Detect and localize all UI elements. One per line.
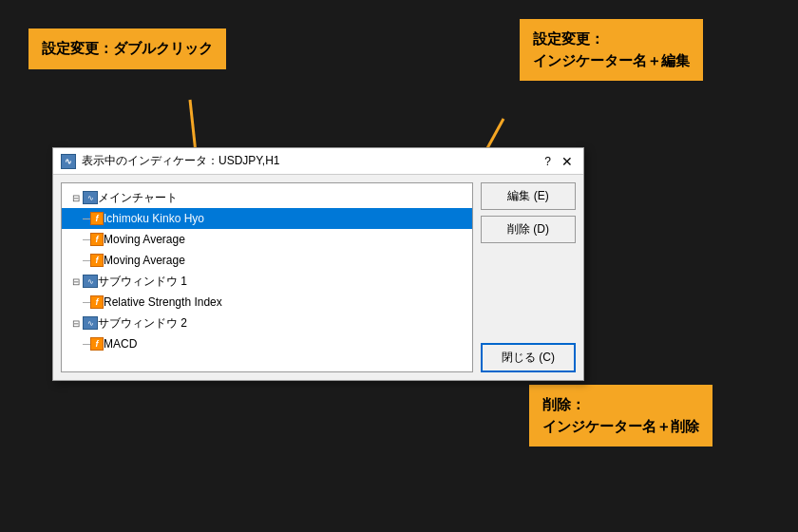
dialog-close-button[interactable]: ✕ <box>559 154 576 169</box>
buttons-panel: 編集 (E) 削除 (D) 閉じる (C) <box>481 182 576 372</box>
tree-label-rsi: Relative Strength Index <box>104 295 222 309</box>
dialog-controls: ? ✕ <box>544 154 576 169</box>
dialog-title-left: ∿ 表示中のインディケータ：USDJPY,H1 <box>61 153 279 169</box>
icon-main-chart <box>83 191 98 204</box>
tree-node-macd[interactable]: f MACD <box>62 333 472 354</box>
callout-delete: 削除： インジケーター名＋削除 <box>529 385 712 446</box>
tree-label-ma1: Moving Average <box>104 233 185 246</box>
tree-node-sub2[interactable]: ⊟ サブウィンドウ 2 <box>62 313 472 333</box>
icon-ichimoku: f <box>90 212 104 225</box>
tree-node-ma1[interactable]: f Moving Average <box>62 229 472 250</box>
tree-label-ichimoku: Ichimoku Kinko Hyo <box>104 212 204 225</box>
indicator-tree[interactable]: ⊟ メインチャート f Ichimoku Kinko Hyo f Moving … <box>61 182 473 372</box>
callout-edit: 設定変更： インジケーター名＋編集 <box>520 19 703 81</box>
icon-rsi: f <box>90 295 104 309</box>
expander-sub2[interactable]: ⊟ <box>69 318 83 329</box>
edit-button[interactable]: 編集 (E) <box>481 182 576 210</box>
expander-sub1[interactable]: ⊟ <box>69 276 83 287</box>
icon-macd: f <box>90 337 104 351</box>
icon-ma2: f <box>90 254 104 267</box>
tree-label-sub2: サブウィンドウ 2 <box>98 315 187 332</box>
indicator-dialog: ∿ 表示中のインディケータ：USDJPY,H1 ? ✕ ⊟ メインチャート f <box>52 147 584 381</box>
dialog-title-icon: ∿ <box>61 154 76 169</box>
expander-main[interactable]: ⊟ <box>69 193 83 203</box>
tree-label-macd: MACD <box>104 337 137 351</box>
icon-ma1: f <box>90 233 104 246</box>
dialog-title-text: 表示中のインディケータ：USDJPY,H1 <box>82 153 279 169</box>
tree-node-main[interactable]: ⊟ メインチャート <box>62 187 472 208</box>
dialog-titlebar: ∿ 表示中のインディケータ：USDJPY,H1 ? ✕ <box>53 148 583 175</box>
icon-sub2-chart <box>83 316 98 330</box>
dialog-help-button[interactable]: ? <box>544 155 551 168</box>
icon-sub1-chart <box>83 275 98 288</box>
tree-label-ma2: Moving Average <box>104 254 185 267</box>
dialog-body: ⊟ メインチャート f Ichimoku Kinko Hyo f Moving … <box>53 175 583 380</box>
callout-double-click: 設定変更：ダブルクリック <box>28 28 226 69</box>
tree-label-main: メインチャート <box>98 190 178 206</box>
tree-node-rsi[interactable]: f Relative Strength Index <box>62 292 472 313</box>
delete-button[interactable]: 削除 (D) <box>481 216 576 243</box>
tree-node-sub1[interactable]: ⊟ サブウィンドウ 1 <box>62 271 472 292</box>
tree-label-sub1: サブウィンドウ 1 <box>98 274 187 290</box>
close-button[interactable]: 閉じる (C) <box>481 343 576 372</box>
tree-node-ichimoku[interactable]: f Ichimoku Kinko Hyo <box>62 208 472 229</box>
tree-node-ma2[interactable]: f Moving Average <box>62 250 472 271</box>
